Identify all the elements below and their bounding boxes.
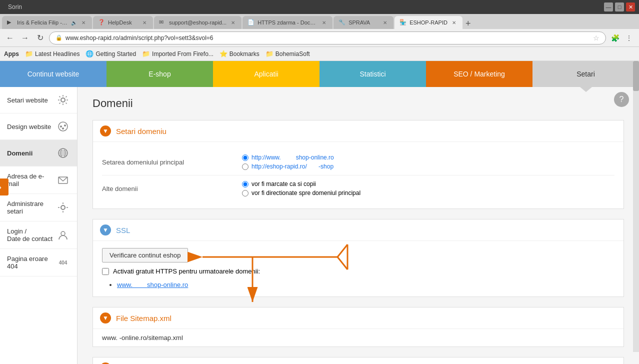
browser-tab-4[interactable]: 📄 HTTPS zdarma - Docu... ✕ [242, 16, 332, 29]
sidebar-label-404: Pagina eroare 404 [7, 255, 56, 270]
radio-item-domeniu-2: http://eshop-rapid.ro/ -shop [242, 163, 614, 170]
main-content: ? Domenii ▼ Setari domeniu Setarea domen… [78, 87, 639, 364]
sidebar: › Setari website Design website Domenii [0, 87, 78, 364]
title-bar: Sorin — □ ✕ [0, 0, 639, 14]
extensions-button[interactable]: 🧩 [609, 32, 621, 44]
radio-link-domeniu-1[interactable]: http://www. shop-online.ro [252, 154, 334, 161]
new-tab-button[interactable]: + [466, 18, 471, 29]
help-icon-button[interactable]: ? [614, 92, 629, 107]
section-collapse-icon-sitemap: ▼ [100, 312, 111, 324]
radio-link-domeniu-2[interactable]: http://eshop-rapid.ro/ -shop [252, 163, 334, 170]
radio-domeniu-2[interactable] [242, 164, 248, 170]
bookmark-bookmarks[interactable]: ⭐ Bookmarks [220, 50, 260, 58]
section-ssl: ▼ SSL Verificare continut eshop Activati… [92, 219, 624, 297]
radio-alte-domenii-2[interactable] [242, 190, 248, 196]
bookmarks-bar: Apps 📁 Latest Headlines 🌐 Getting Starte… [0, 47, 639, 61]
checkbox-row-https: Activati gratuit HTTPS pentru urmatoarel… [102, 268, 614, 275]
tab-close-3[interactable]: ✕ [230, 19, 236, 26]
tab-bar: ▶ Iris & Felicia Filip - l... 🔊 ✕ ❓ Help… [0, 14, 639, 29]
radio-group-domeniu-principal: http://www. shop-online.ro http://eshop-… [242, 154, 614, 170]
sidebar-item-email[interactable]: Adresa de e-mail [0, 166, 77, 194]
tab-close-4[interactable]: ✕ [320, 19, 328, 26]
nav-setari[interactable]: Setari [532, 61, 639, 87]
sidebar-item-domenii[interactable]: Domenii [0, 140, 77, 166]
domain-list-item-1: www. shop-online.ro [117, 280, 614, 290]
browser-tab-3[interactable]: ✉ support@eshop-rapid... ✕ [154, 16, 242, 29]
svg-point-1 [58, 122, 68, 131]
sidebar-toggle-button[interactable]: › [0, 178, 8, 196]
section-header-sitemap[interactable]: ▼ File Sitemap.xml [93, 308, 624, 328]
tab-close-5[interactable]: ✕ [382, 19, 388, 26]
nav-continut[interactable]: Continut website [0, 61, 106, 87]
design-icon [56, 120, 70, 134]
tab-close-2[interactable]: ✕ [141, 19, 148, 26]
section-content-setari-domeniu: Setarea domeniului principal http://www.… [93, 142, 624, 208]
sidebar-label-administrare: Administraresetari [7, 200, 56, 215]
sidebar-item-setari-website[interactable]: Setari website [0, 87, 77, 114]
bookmark-label-getting-started: Getting Started [96, 50, 136, 58]
form-value-setarea-domeniului: http://www. shop-online.ro http://eshop-… [242, 154, 614, 170]
section-header-ssl[interactable]: ▼ SSL [93, 220, 624, 240]
nav-statistici[interactable]: Statistici [320, 61, 426, 87]
maximize-button[interactable]: □ [615, 2, 624, 12]
section-header-robots[interactable]: ▼ Fisier Robots.txt [93, 358, 624, 364]
nav-aplicatii-label: Aplicatii [254, 70, 278, 78]
section-robots: ▼ Fisier Robots.txt [92, 357, 624, 364]
checkbox-https[interactable] [102, 268, 109, 275]
close-button[interactable]: ✕ [626, 2, 635, 12]
nav-aplicatii[interactable]: Aplicatii [213, 61, 320, 87]
scrollbar-thumb[interactable] [633, 61, 639, 91]
nav-statistici-label: Statistici [360, 70, 386, 78]
scrollbar-track [633, 61, 639, 352]
nav-seo[interactable]: SEO / Marketing [426, 61, 532, 87]
folder-icon-2: 📁 [142, 50, 150, 58]
email-icon [56, 173, 70, 187]
bookmark-getting-started[interactable]: 🌐 Getting Started [86, 50, 136, 58]
tab-title-5: SPRAVA [348, 20, 378, 26]
tab-favicon-1: ▶ [7, 19, 14, 26]
bookmark-latest-headlines[interactable]: 📁 Latest Headlines [25, 50, 80, 58]
nav-eshop[interactable]: E-shop [106, 61, 213, 87]
nav-continut-label: Continut website [28, 70, 80, 78]
browser-tab-1[interactable]: ▶ Iris & Felicia Filip - l... 🔊 ✕ [2, 16, 92, 29]
sidebar-item-login[interactable]: Login /Date de contact [0, 222, 77, 249]
browser-tab-6[interactable]: 🏪 ESHOP-RAPID ✕ [394, 16, 462, 29]
bookmark-label-bohemiasoft: BohemiaSoft [276, 50, 310, 58]
radio-domeniu-1[interactable] [242, 154, 248, 161]
sidebar-label-login: Login /Date de contact [7, 228, 56, 242]
sidebar-item-404[interactable]: Pagina eroare 404 404 [0, 249, 77, 276]
tab-favicon-6: 🏪 [400, 19, 406, 26]
form-label-setarea-domeniului: Setarea domeniului principal [102, 158, 242, 166]
sidebar-label-email: Adresa de e-mail [7, 172, 56, 188]
tab-close-1[interactable]: ✕ [80, 19, 87, 26]
section-sitemap: ▼ File Sitemap.xml www. -online.ro/sitem… [92, 307, 624, 347]
radio-alte-domenii-1[interactable] [242, 181, 248, 188]
tab-favicon-5: 🔧 [338, 19, 346, 26]
sidebar-item-design-website[interactable]: Design website [0, 114, 77, 140]
menu-button[interactable]: ⋮ [623, 32, 635, 44]
bookmark-imported-firefox[interactable]: 📁 Imported From Firefo... [142, 50, 214, 58]
section-title-setari-domeniu: Setari domeniu [116, 127, 166, 136]
verify-eshop-button[interactable]: Verificare continut eshop [102, 248, 188, 262]
browser-tab-5[interactable]: 🔧 SPRAVA ✕ [334, 16, 394, 29]
address-bar[interactable]: 🔒 www.eshop-rapid.ro/admin/script.php?vo… [49, 32, 606, 44]
form-row-setarea-domeniului: Setarea domeniului principal http://www.… [102, 149, 614, 176]
nav-setari-label: Setari [576, 70, 595, 78]
browser-tab-2[interactable]: ❓ HelpDesk ✕ [93, 16, 153, 29]
tab-title-1: Iris & Felicia Filip - l... [17, 20, 68, 26]
section-header-setari-domeniu[interactable]: ▼ Setari domeniu [93, 120, 624, 142]
tab-favicon-4: 📄 [248, 19, 254, 26]
sidebar-item-administrare[interactable]: Administraresetari [0, 194, 77, 222]
world-icon [56, 146, 70, 160]
bookmark-bohemiasoft[interactable]: 📁 BohemiaSoft [266, 50, 310, 58]
domain-link-1[interactable]: www. shop-online.ro [117, 281, 188, 288]
minimize-button[interactable]: — [604, 2, 613, 12]
form-label-alte-domenii: Alte domenii [102, 185, 242, 192]
tab-favicon-2: ❓ [98, 19, 105, 26]
tab-close-6[interactable]: ✕ [450, 19, 458, 26]
back-button[interactable]: ← [4, 32, 16, 44]
section-collapse-icon-setari: ▼ [100, 126, 111, 136]
forward-button[interactable]: → [19, 32, 31, 44]
refresh-button[interactable]: ↻ [34, 32, 46, 44]
page-title: Domenii [92, 97, 624, 110]
